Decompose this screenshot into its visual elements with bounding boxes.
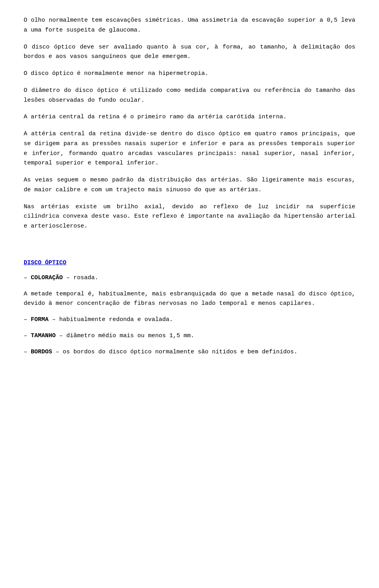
forma-short: habitualmente redonda e ovalada. (59, 316, 173, 323)
bordos-dash-before: – (24, 349, 31, 355)
bordos-short: os bordos do disco óptico normalmente sã… (63, 349, 297, 355)
subsection-coloracao: – COLORAÇÃO – rosada. A metade temporal … (24, 273, 355, 309)
paragraph-7: As veias seguem o mesmo padrão da distri… (24, 175, 355, 195)
forma-dash-before: – (24, 316, 31, 323)
tamanho-label: TAMANHO (31, 332, 56, 339)
coloracao-label: COLORAÇÃO (31, 274, 63, 281)
paragraph-2: O disco óptico deve ser avaliado quanto … (24, 43, 355, 62)
paragraph-3: O disco óptico é normalmente menor na hi… (24, 69, 355, 79)
forma-dash-after: – (49, 316, 59, 323)
coloracao-extra: A metade temporal é, habitualmente, mais… (24, 289, 355, 309)
tamanho-short: diâmetro médio mais ou menos 1,5 mm. (66, 332, 194, 339)
subsection-tamanho: – TAMANHO – diâmetro médio mais ou menos… (24, 331, 355, 341)
paragraph-5: A artéria central da retina é o primeiro… (24, 112, 355, 122)
tamanho-dash-after: – (56, 332, 66, 339)
main-content: O olho normalmente tem escavações simétr… (24, 16, 355, 357)
section-heading: DISCO ÓPTICO (24, 258, 355, 268)
tamanho-dash-before: – (24, 332, 31, 339)
bordos-label: BORDOS (31, 349, 52, 355)
coloracao-dash-after: – (63, 274, 73, 281)
coloracao-dash-before: – (24, 274, 31, 281)
paragraph-4: O diâmetro do disco óptico é utilizado c… (24, 86, 355, 106)
paragraph-1: O olho normalmente tem escavações simétr… (24, 16, 355, 35)
paragraph-6: A attéria central da retina divide-se de… (24, 129, 355, 168)
forma-label: FORMA (31, 316, 49, 323)
spacer-before-section (24, 239, 355, 246)
subsection-forma: – FORMA – habitualmente redonda e ovalad… (24, 315, 355, 325)
subsection-bordos: – BORDOS – os bordos do disco óptico nor… (24, 347, 355, 357)
bordos-dash-after: – (52, 349, 63, 355)
coloracao-short: rosada. (73, 274, 98, 281)
paragraph-8: Nas artérias existe um brilho axial, dev… (24, 202, 355, 231)
